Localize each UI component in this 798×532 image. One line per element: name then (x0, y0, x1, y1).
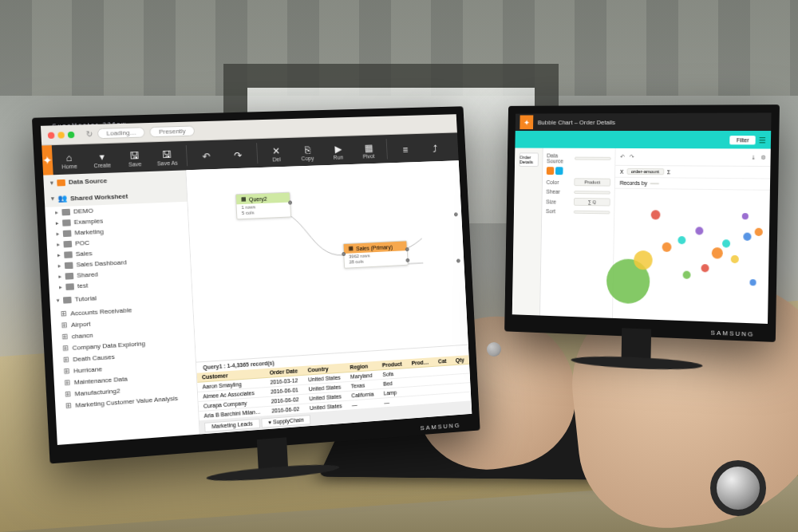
tree-label: Airport (71, 320, 91, 329)
toolbar-item-icon: ⎘ (291, 144, 322, 156)
toolbar-create-button[interactable]: ▾Create (85, 148, 119, 169)
traffic-light-close-icon[interactable] (48, 132, 55, 138)
monitor-brand: SAMSUNG (420, 422, 460, 432)
toolbar-save-as-button[interactable]: 🖫Save As (150, 146, 184, 167)
toolbar-item-icon: ▦ (353, 142, 384, 154)
x-shelf-label: X (620, 168, 624, 174)
undo-icon[interactable]: ↶ (620, 153, 625, 160)
tree-label: Sales (76, 250, 93, 258)
flow-endpoint-icon[interactable] (456, 258, 460, 262)
flow-node-query2[interactable]: ▦Query2 1 rows 5 cols (235, 192, 291, 220)
x-shelf-token[interactable]: order-amount (626, 168, 664, 175)
traffic-light-zoom-icon[interactable] (68, 131, 75, 137)
tab-presently[interactable]: Presently (150, 125, 195, 137)
enc-size-chip[interactable]: ∑ Q (574, 198, 610, 207)
toolbar-action-button[interactable]: ⤴ (420, 140, 450, 155)
menu-icon[interactable]: ☰ (759, 136, 766, 144)
ring (487, 342, 501, 357)
flow-endpoint-icon[interactable] (454, 212, 458, 216)
tree-label: Sales Dashboard (76, 258, 127, 268)
toolbar-item-icon: ≡ (390, 144, 421, 156)
y-shelf[interactable]: Records by (615, 178, 770, 191)
bubble-point[interactable] (722, 239, 730, 247)
bubble-point[interactable] (678, 236, 685, 244)
bubble-point[interactable] (634, 250, 653, 270)
toolbar-action-button[interactable]: ↶ (190, 148, 223, 162)
enc-shear-chip[interactable] (574, 191, 610, 195)
page-tile[interactable]: Order Details (519, 152, 538, 167)
toolbar-item-icon: 🖫 (151, 148, 184, 161)
flow-edges (186, 162, 424, 291)
tree-label: Marketing (74, 228, 104, 237)
bubble-point[interactable] (741, 213, 748, 219)
tree-label: chancn (72, 331, 93, 340)
worksheet-icon: ⊞ (65, 401, 73, 410)
app-logo-icon[interactable]: ✦ (519, 115, 533, 129)
color-swatches[interactable] (547, 167, 611, 175)
node-meta: 1 rows (241, 204, 255, 210)
node-meta: 5 cols (242, 210, 255, 215)
chart-toolbar: ↶ ↷ ⤓ ⚙ (615, 148, 771, 167)
tree-section-label: Data Source (69, 177, 108, 186)
tree-label: Manufacturing2 (74, 387, 120, 397)
bubble-point[interactable] (712, 247, 723, 259)
toolbar-copy-button[interactable]: ⎘Copy (291, 142, 323, 162)
node-meta: 3962 rows (349, 253, 370, 258)
swatch-a-icon[interactable] (547, 167, 555, 175)
toolbar-save-button[interactable]: 🖫Save (118, 147, 152, 167)
tree-label: DEMO (73, 207, 93, 215)
bubble-point[interactable] (754, 227, 762, 235)
bubble-point[interactable] (696, 227, 704, 234)
tree-label: test (77, 282, 89, 290)
enc-sort-label: Sort (546, 208, 571, 214)
chart-area: ↶ ↷ ⤓ ⚙ X order-amount Σ Records by (613, 148, 771, 324)
gear-icon[interactable]: ⚙ (760, 154, 765, 160)
swatch-b-icon[interactable] (555, 167, 563, 175)
toolbar-pivot-button[interactable]: ▦Pivot (353, 140, 384, 160)
worksheet-icon: ⊞ (63, 355, 70, 364)
flow-node-sales[interactable]: ▦Sales (Primary) 3962 rows 28 cols (343, 240, 409, 268)
data-source-chip[interactable] (575, 157, 611, 160)
workflow-canvas[interactable]: ▦Query2 1 rows 5 cols ▦Sales (Primary) 3… (186, 160, 472, 434)
folder-icon (65, 272, 73, 279)
bubble-point[interactable] (749, 278, 756, 285)
enc-color-chip[interactable]: Product (574, 178, 610, 186)
bubble-point[interactable] (701, 264, 709, 272)
encoding-panel: Data Source ColorProduct Shear Size∑ Q S… (540, 148, 616, 318)
bubble-point[interactable] (662, 242, 671, 252)
toolbar-home-button[interactable]: ⌂Home (52, 149, 86, 170)
folder-icon (64, 251, 73, 258)
toolbar-item-icon: ↷ (222, 149, 254, 161)
tree-label: POC (75, 239, 89, 247)
node-title: Sales (Primary) (356, 244, 393, 251)
toolbar-del-button[interactable]: ✕Del (260, 143, 292, 163)
toolbar-item-icon: ↶ (190, 150, 223, 162)
redo-icon[interactable]: ↷ (630, 153, 634, 160)
worksheet-icon: ⊞ (63, 367, 70, 376)
traffic-light-minimize-icon[interactable] (57, 132, 65, 138)
toolbar-item-icon: ⌂ (52, 152, 85, 164)
cell (453, 392, 472, 402)
bubble-point[interactable] (650, 210, 660, 219)
filter-button[interactable]: Filter (730, 136, 756, 144)
toolbar-item-icon: ⤴ (420, 143, 450, 155)
toolbar-action-button[interactable]: ↷ (222, 147, 254, 161)
bubble-point[interactable] (731, 254, 739, 262)
toolbar-action-button[interactable]: ≡ (390, 141, 421, 156)
enc-sort-chip[interactable] (574, 210, 610, 214)
folder-icon (65, 262, 73, 269)
toolbar-run-button[interactable]: ▶Run (322, 140, 354, 160)
worksheet-icon: ⊞ (61, 332, 69, 341)
reload-icon[interactable]: ↻ (85, 129, 93, 139)
sheet-tab[interactable]: Marketing Leads (204, 419, 260, 432)
tab-loading[interactable]: Loading… (97, 127, 145, 139)
flow-area[interactable]: ▦Query2 1 rows 5 cols ▦Sales (Primary) 3… (186, 160, 468, 361)
sheet-tab[interactable]: ▾ SupplyChain (261, 415, 311, 428)
bubble-point[interactable] (744, 232, 752, 240)
x-shelf[interactable]: X order-amount Σ (615, 166, 770, 179)
y-shelf-token[interactable] (650, 183, 660, 184)
bubble-point[interactable] (683, 271, 691, 279)
node-title: Query2 (249, 195, 267, 202)
download-icon[interactable]: ⤓ (751, 154, 756, 160)
bubble-chart[interactable] (616, 192, 767, 321)
